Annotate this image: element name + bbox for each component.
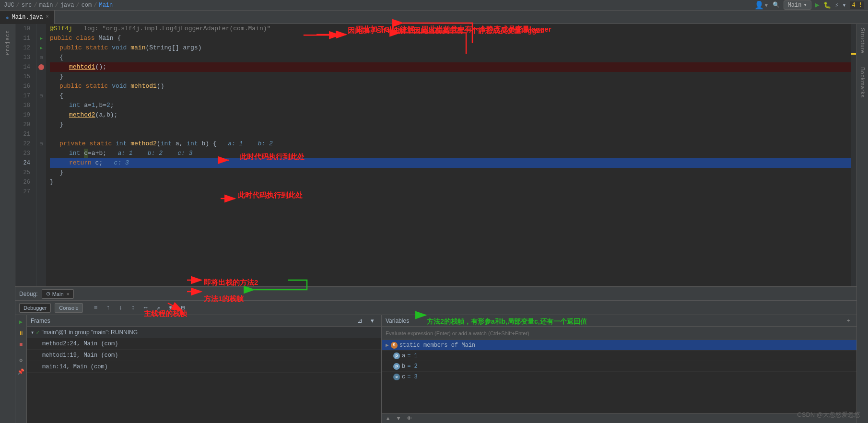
settings-btn[interactable]: ⊟ <box>178 303 188 313</box>
code-line-10: @Slf4j log: "org.slf4j.impl.Log4jLoggerA… <box>50 24 851 34</box>
code-line-24: return c; c: 3 <box>50 158 851 168</box>
main-layout: Project 10 11 12 13 14 15 <box>0 24 868 423</box>
breadcrumb-main[interactable]: main <box>39 2 53 9</box>
step-over-btn[interactable]: ≡ <box>91 303 101 313</box>
line-num-10: 10 <box>15 24 33 34</box>
frames-btn[interactable]: ↗ <box>153 303 164 313</box>
debug-tab-close[interactable]: × <box>67 291 70 297</box>
tab-close-button[interactable]: × <box>46 14 48 20</box>
line-num-22: 22 <box>15 139 33 149</box>
resume-btn[interactable]: ▶ <box>16 317 26 327</box>
breadcrumb-com[interactable]: com <box>82 2 92 9</box>
frame-item-1[interactable]: mehtod1:19, Main (com) <box>27 350 381 361</box>
breadcrumb-juc[interactable]: JUC <box>4 2 14 9</box>
scroll-up-btn[interactable]: ▲ <box>384 414 392 423</box>
variables-list[interactable]: ▶ S static members of Main p a = 1 <box>382 340 856 413</box>
frame-item-2[interactable]: main:14, Main (com) <box>27 361 381 373</box>
fold-22[interactable]: ⊟ <box>40 141 43 147</box>
var-bottom-toolbar: ▲ ▼ 👁 <box>382 413 856 423</box>
debugger-tab[interactable]: Debugger <box>19 303 51 313</box>
debug-toolbar: ≡ ↑ ↓ ↕ ↔ ↗ ⊞ ⊟ <box>91 303 188 313</box>
stop-btn[interactable]: ■ <box>16 340 26 350</box>
var-icon-static: S <box>391 342 398 349</box>
warning-count[interactable]: 4 ! <box>850 1 864 9</box>
gutter-15 <box>36 72 46 82</box>
run-button[interactable]: ▶ <box>815 0 820 10</box>
frame-1-name: mehtod1:19, Main (com) <box>42 352 118 359</box>
more-run-options[interactable]: ▾ <box>843 1 846 9</box>
gutter-16 <box>36 82 46 91</box>
var-expand-static[interactable]: ▶ <box>386 342 389 348</box>
evaluate-expression-input[interactable] <box>386 330 853 336</box>
gutter-17: ⊟ <box>36 91 46 101</box>
frames-list[interactable]: ▾ ✓ "main"@1 in group "main": RUNNING me… <box>27 327 381 423</box>
run-config-selector[interactable]: Main ▾ <box>784 0 811 10</box>
gutter-11[interactable]: ▶ <box>36 34 46 43</box>
main-java-tab[interactable]: ☕ Main.java × <box>0 11 55 24</box>
code-line-26: } <box>50 177 851 187</box>
debug-subtabs: Debugger Console ≡ ↑ ↓ ↕ ↔ ↗ ⊞ ⊟ <box>15 301 856 315</box>
var-item-static[interactable]: ▶ S static members of Main <box>382 340 856 351</box>
warning-mark <box>851 53 856 55</box>
gutter-14[interactable] <box>36 62 46 72</box>
frame-item-0[interactable]: method2:24, Main (com) <box>27 338 381 350</box>
right-sidebar: Structure Bookmarks <box>856 24 868 423</box>
var-item-a[interactable]: p a = 1 <box>382 351 856 361</box>
search-icon[interactable]: 🔍 <box>773 1 780 9</box>
debug-panel: Debug: ⊙ Main × Debugger Console <box>15 286 856 423</box>
var-value-b: = 2 <box>407 363 418 370</box>
breadcrumb-java[interactable]: java <box>60 2 74 9</box>
breakpoint-14[interactable] <box>38 64 44 70</box>
breadcrumb-class[interactable]: Main <box>99 2 113 9</box>
run-to-cursor-btn[interactable]: ↕ <box>128 303 139 313</box>
step-out-btn[interactable]: ↓ <box>116 303 126 313</box>
restore-layout-btn[interactable]: ⊞ <box>165 303 176 313</box>
pin-btn[interactable]: 📌 <box>16 367 26 376</box>
line-num-16: 16 <box>15 82 33 91</box>
evaluate-btn[interactable]: ↔ <box>141 303 151 313</box>
variables-title: Variables <box>386 317 409 324</box>
fold-13[interactable]: ⊟ <box>40 55 43 60</box>
project-label[interactable]: Project <box>5 30 11 55</box>
run-btn-12[interactable]: ▶ <box>40 45 43 51</box>
var-item-b[interactable]: p b = 2 <box>382 361 856 372</box>
run-btn-11[interactable]: ▶ <box>40 35 43 41</box>
bookmarks-label[interactable]: Bookmarks <box>860 67 866 98</box>
user-icon[interactable]: 👤▾ <box>754 0 769 10</box>
debug-run-button[interactable]: 🐛 <box>823 1 831 9</box>
frame-0-name: method2:24, Main (com) <box>42 341 118 347</box>
scroll-down-btn[interactable]: ▼ <box>394 414 403 423</box>
java-file-icon: ☕ <box>6 14 9 20</box>
structure-label[interactable]: Structure <box>860 28 866 54</box>
settings-debug-btn[interactable]: ⚙ <box>16 355 26 365</box>
thread-expand-icon: ▾ <box>31 329 34 336</box>
gutter-18 <box>36 101 46 110</box>
line-num-20: 20 <box>15 120 33 129</box>
top-bar-right: 👤▾ 🔍 Main ▾ ▶ 🐛 ⚡ ▾ 4 ! <box>754 0 864 10</box>
variables-toolbar: + <box>844 317 853 325</box>
gutter-24 <box>36 158 46 168</box>
pause-btn[interactable]: ⏸ <box>16 329 26 338</box>
gutter-12[interactable]: ▶ <box>36 43 46 53</box>
console-tab[interactable]: Console <box>55 303 82 313</box>
add-watch-btn[interactable]: + <box>844 317 853 325</box>
thread-header[interactable]: ▾ ✓ "main"@1 in group "main": RUNNING <box>27 327 381 338</box>
watch-icon[interactable]: 👁 <box>405 414 413 423</box>
code-line-12: public static void main(String[] args) <box>50 43 851 53</box>
gutter-21 <box>36 129 46 139</box>
expand-frames-btn[interactable]: ▾ <box>367 316 377 326</box>
gutter-19 <box>36 110 46 120</box>
run-with-coverage-button[interactable]: ⚡ <box>835 1 839 9</box>
line-numbers: 10 11 12 13 14 15 16 17 18 19 20 21 <box>15 24 36 286</box>
variables-search <box>382 327 856 340</box>
breadcrumb-src[interactable]: src <box>22 2 32 9</box>
code-lines[interactable]: @Slf4j log: "org.slf4j.impl.Log4jLoggerA… <box>46 24 851 286</box>
line-num-27: 27 <box>15 187 33 197</box>
debug-main-tab[interactable]: ⊙ Main × <box>42 289 74 299</box>
var-item-c[interactable]: o c = 3 <box>382 372 856 382</box>
code-line-14: mehtod1(); <box>50 62 851 72</box>
code-line-13: { <box>50 53 851 62</box>
step-into-btn[interactable]: ↑ <box>103 303 114 313</box>
filter-frames-btn[interactable]: ⊿ <box>354 316 365 326</box>
fold-17[interactable]: ⊟ <box>40 93 43 99</box>
